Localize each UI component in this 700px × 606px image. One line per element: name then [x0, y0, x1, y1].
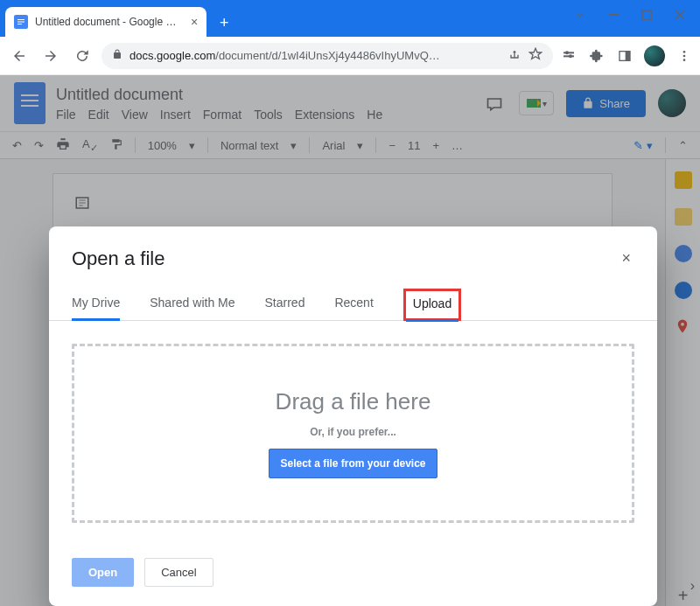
dialog-title: Open a file [72, 247, 618, 270]
open-file-dialog: Open a file × My Drive Shared with Me St… [49, 226, 657, 606]
upload-dropzone[interactable]: Drag a file here Or, if you prefer... Se… [72, 344, 634, 523]
dropzone-heading: Drag a file here [276, 388, 431, 415]
window-minimize-icon[interactable] [607, 9, 620, 21]
chevron-down-icon [574, 9, 586, 21]
select-file-button[interactable]: Select a file from your device [269, 449, 437, 478]
address-bar: docs.google.com/document/d/1wI4iUnsXj4y4… [0, 37, 700, 75]
tab-starred[interactable]: Starred [265, 289, 305, 320]
extensions-icon[interactable] [588, 47, 606, 65]
svg-point-7 [565, 51, 569, 54]
open-button: Open [72, 558, 134, 587]
svg-rect-2 [18, 19, 24, 20]
back-button[interactable] [7, 44, 32, 68]
browser-tab[interactable]: Untitled document - Google Doc × [5, 7, 206, 37]
svg-point-13 [683, 59, 686, 61]
sidepanel-icon[interactable] [616, 47, 634, 65]
svg-point-11 [683, 51, 686, 53]
bookmark-icon[interactable] [528, 47, 542, 64]
omnibox[interactable]: docs.google.com/document/d/1wI4iUnsXj4y4… [102, 43, 553, 69]
svg-rect-4 [18, 24, 22, 24]
docs-favicon-icon [14, 15, 28, 29]
lock-icon [112, 49, 122, 62]
tab-my-drive[interactable]: My Drive [72, 289, 120, 320]
tab-recent[interactable]: Recent [334, 289, 373, 320]
profile-avatar-icon[interactable] [644, 45, 665, 66]
reload-button[interactable] [70, 44, 94, 68]
dialog-close-icon[interactable]: × [618, 246, 634, 271]
svg-rect-10 [626, 51, 630, 60]
new-tab-button[interactable]: + [212, 10, 236, 35]
kebab-menu-icon[interactable] [676, 47, 693, 65]
cancel-button[interactable]: Cancel [144, 558, 213, 587]
tab-close-icon[interactable]: × [191, 15, 198, 29]
tab-upload[interactable]: Upload [403, 289, 461, 321]
dialog-tabs: My Drive Shared with Me Starred Recent U… [49, 280, 657, 321]
url-text: docs.google.com/document/d/1wI4iUnsXj4y4… [130, 49, 500, 62]
svg-rect-1 [642, 10, 651, 19]
extension-1-icon[interactable] [560, 47, 578, 65]
tab-title: Untitled document - Google Doc [35, 16, 184, 28]
tab-shared-with-me[interactable]: Shared with Me [150, 289, 234, 320]
svg-rect-0 [608, 14, 619, 16]
svg-point-8 [569, 54, 572, 58]
window-maximize-icon[interactable] [640, 9, 653, 21]
forward-button[interactable] [38, 44, 63, 68]
svg-rect-3 [18, 22, 24, 23]
svg-point-12 [683, 54, 686, 57]
dropzone-subtext: Or, if you prefer... [310, 426, 396, 438]
share-url-icon[interactable] [508, 47, 522, 64]
window-close-icon[interactable] [674, 9, 686, 21]
